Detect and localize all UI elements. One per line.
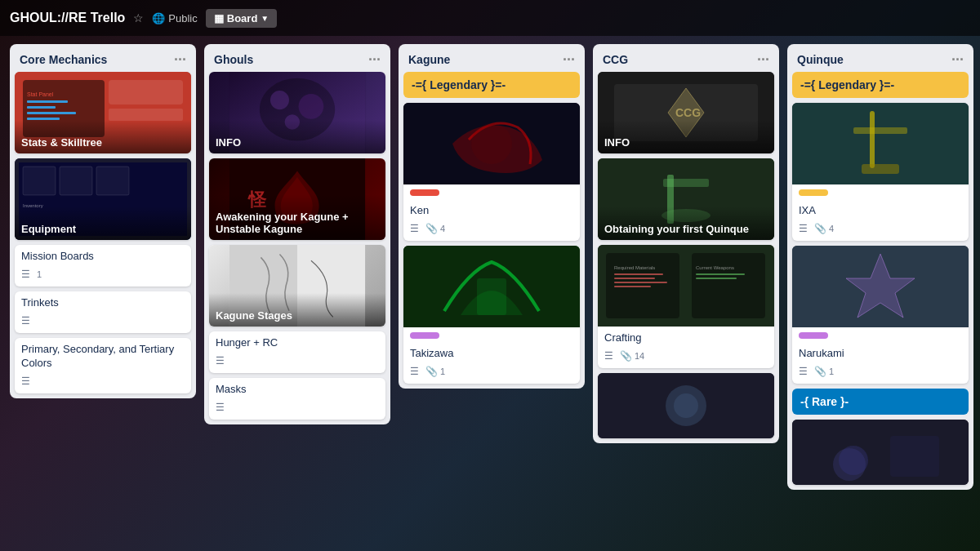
svg-rect-46 (696, 278, 737, 279)
card-body: Narukami☰ 📎 1 (792, 327, 969, 384)
card-image (792, 246, 969, 327)
card-label (410, 332, 439, 339)
column-title: Quinque (797, 53, 844, 66)
svg-rect-5 (27, 100, 68, 103)
svg-rect-3 (109, 109, 183, 121)
visibility-badge[interactable]: 🌐 Public (152, 12, 197, 24)
card-rare-quinque[interactable]: -{ Rare }- (792, 389, 969, 415)
board-label: Board (227, 12, 258, 24)
card-img-wrapper: Kagune Stages (209, 245, 385, 327)
card-title: IXA (799, 204, 962, 218)
card-image (792, 103, 969, 184)
card-label (799, 189, 828, 196)
card-footer: ☰ 📎 14 (604, 350, 768, 362)
card-trinkets[interactable]: Trinkets☰ (15, 291, 191, 333)
card-ccg-info[interactable]: CCG INFO (598, 72, 774, 153)
column-menu-icon[interactable]: ··· (368, 52, 381, 67)
card-footer: ☰ 📎 4 (799, 223, 962, 234)
card-stats[interactable]: Stat Panel Stats & Skilltree (15, 72, 191, 153)
card-overlay-text: INFO (598, 120, 774, 153)
column-header-ghouls: Ghouls ··· (204, 44, 390, 72)
card-overlay-text: Kagune Stages (209, 293, 385, 327)
card-overlay-text: Stats & Skilltree (15, 120, 191, 153)
card-ccg-end[interactable] (598, 373, 774, 438)
card-body: Crafting☰ 📎 14 (598, 327, 774, 368)
card-equipment[interactable]: Inventory Equipment (15, 158, 191, 240)
card-img-wrapper: CCG INFO (598, 72, 774, 153)
svg-rect-53 (862, 164, 899, 174)
card-overlay-text: Equipment (15, 207, 191, 240)
card-body: Hunger + RC☰ (209, 331, 385, 373)
card-missionboards[interactable]: Mission Boards☰ 1 (15, 245, 191, 287)
svg-rect-51 (870, 111, 875, 168)
svg-point-19 (299, 94, 324, 119)
card-obtaining-quinque[interactable]: Obtaining your first Quinque (598, 158, 774, 240)
svg-point-26 (471, 123, 512, 164)
list-icon: ☰ (799, 223, 808, 234)
svg-rect-45 (696, 273, 745, 275)
card-title: Hunger + RC (216, 336, 379, 350)
card-footer: ☰ 📎 1 (410, 366, 573, 377)
svg-text:Current Weapons: Current Weapons (696, 265, 734, 270)
card-title: Takizawa (410, 347, 573, 361)
card-footer: ☰ (21, 375, 185, 387)
card-ixa[interactable]: IXA☰ 📎 4 (792, 103, 969, 241)
card-takizawa[interactable]: Takizawa☰ 📎 1 (403, 246, 580, 384)
card-body: Takizawa☰ 📎 1 (403, 327, 580, 384)
card-image (792, 420, 969, 485)
card-image (403, 246, 580, 327)
svg-point-49 (674, 393, 698, 418)
card-quinque-end[interactable] (792, 420, 969, 485)
column-body-ghouls: INFO 怪 Awakening your Kagune + Unstable … (204, 72, 390, 424)
count-badge: 1 (37, 269, 42, 279)
column-ghouls: Ghouls ··· INFO 怪 Awakening your Kagune … (204, 44, 390, 424)
card-title: Masks (216, 383, 379, 397)
board-button[interactable]: ▦ Board ▼ (206, 9, 277, 28)
card-hunger[interactable]: Hunger + RC☰ (209, 331, 385, 373)
card-narukami[interactable]: Narukami☰ 📎 1 (792, 246, 969, 384)
column-menu-icon[interactable]: ··· (563, 52, 575, 67)
list-icon: ☰ (21, 269, 30, 280)
card-kagune-stages[interactable]: Kagune Stages (209, 245, 385, 327)
card-legendary-quinque[interactable]: -={ Legendary }=- (792, 72, 969, 98)
column-body-kagune: -={ Legendary }=- Ken☰ 📎 4 Takizawa☰ 📎 1 (399, 72, 585, 389)
column-header-core-mechanics: Core Mechanics ··· (10, 44, 196, 72)
card-ghouls-info[interactable]: INFO (209, 72, 385, 153)
svg-point-57 (839, 446, 868, 475)
attachment-icon: 📎 1 (425, 366, 445, 377)
card-body: IXA☰ 📎 4 (792, 184, 969, 241)
column-title: Core Mechanics (20, 53, 107, 66)
list-icon: ☰ (21, 375, 30, 387)
card-body: Mission Boards☰ 1 (15, 245, 191, 287)
chevron-down-icon: ▼ (261, 14, 269, 23)
card-footer: ☰ 1 (21, 269, 185, 280)
column-menu-icon[interactable]: ··· (174, 52, 186, 67)
card-title: Trinkets (21, 296, 185, 310)
svg-rect-38 (692, 253, 765, 318)
attachment-icon: 📎 1 (814, 366, 834, 377)
column-menu-icon[interactable]: ··· (757, 52, 769, 67)
card-img-wrapper: 怪 Awakening your Kagune + Unstable Kagun… (209, 158, 385, 240)
card-crafting[interactable]: Required Materials Current Weapons Craft… (598, 245, 774, 368)
card-body: Primary, Secondary, and Tertiary Colors☰ (15, 338, 191, 393)
column-header-kagune: Kagune ··· (399, 44, 585, 72)
column-core-mechanics: Core Mechanics ··· Stat Panel Stats & Sk… (10, 44, 196, 398)
list-icon: ☰ (216, 402, 225, 413)
card-label (799, 332, 828, 339)
card-body: Trinkets☰ (15, 291, 191, 333)
svg-rect-52 (853, 127, 907, 134)
star-icon[interactable]: ☆ (133, 11, 144, 24)
list-icon: ☰ (410, 366, 419, 377)
card-legendary-kagune[interactable]: -={ Legendary }=- (403, 72, 580, 98)
card-title: Crafting (604, 331, 768, 345)
card-img-wrapper: INFO (209, 72, 385, 153)
card-masks[interactable]: Masks☰ (209, 378, 385, 420)
svg-rect-42 (614, 282, 667, 283)
card-overlay-text: Awakening your Kagune + Unstable Kagune (209, 194, 385, 240)
card-awakening[interactable]: 怪 Awakening your Kagune + Unstable Kagun… (209, 158, 385, 240)
column-ccg: CCG ··· CCG INFO Obtaining your first Qu… (593, 44, 779, 443)
card-colors[interactable]: Primary, Secondary, and Tertiary Colors☰ (15, 338, 191, 393)
globe-icon: 🌐 (152, 12, 165, 24)
column-menu-icon[interactable]: ··· (951, 52, 964, 67)
card-ken[interactable]: Ken☰ 📎 4 (403, 103, 580, 241)
